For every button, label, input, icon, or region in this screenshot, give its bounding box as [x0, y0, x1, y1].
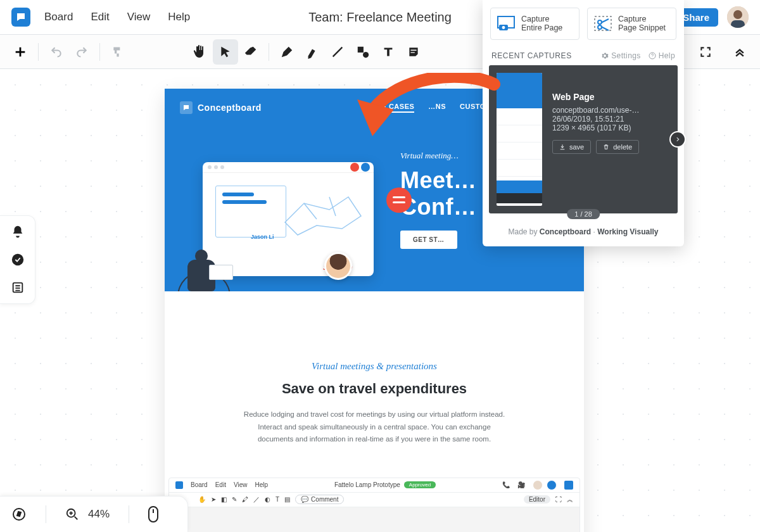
capture-help-link[interactable]: Help — [649, 51, 675, 60]
svg-point-15 — [502, 26, 505, 29]
svg-point-6 — [363, 52, 369, 58]
nested-menu-board: Board — [191, 481, 208, 488]
text-tool[interactable] — [376, 39, 401, 65]
zoom-level[interactable]: 44% — [88, 508, 110, 521]
help-icon — [649, 52, 656, 60]
redo-button[interactable] — [69, 39, 94, 65]
sticky-note-tool[interactable] — [401, 39, 426, 65]
page-brand: Conceptboard — [180, 101, 262, 114]
gear-icon — [601, 52, 609, 60]
zoom-in-icon[interactable] — [65, 507, 79, 521]
eraser-tool[interactable] — [238, 39, 263, 65]
capture-item-date: 26/06/2019, 15:51:21 — [552, 115, 670, 124]
nested-comment-pill: 💬 Comment — [295, 495, 344, 504]
nav-usecases[interactable]: USE CASES — [371, 103, 414, 113]
download-icon — [559, 144, 566, 150]
nested-logo-icon — [175, 481, 183, 489]
fullscreen-button[interactable] — [693, 39, 718, 65]
capture-panel: CaptureEntire Page CapturePage Snippet R… — [483, 0, 684, 246]
capture-save-button[interactable]: save — [552, 140, 591, 154]
app-menu: Board Edit View Help — [44, 11, 190, 23]
tag-jason: Jason Li — [251, 234, 274, 240]
capture-delete-button[interactable]: delete — [596, 140, 639, 154]
capture-item-url: conceptboard.com/use-… — [552, 106, 670, 115]
undo-button[interactable] — [44, 39, 69, 65]
wireframe-icon — [279, 184, 367, 241]
mouse-icon[interactable] — [148, 506, 158, 522]
line-tool[interactable] — [325, 39, 350, 65]
trash-icon — [603, 144, 609, 150]
left-dock — [0, 215, 35, 304]
illustration-person — [171, 234, 241, 291]
compass-icon[interactable] — [11, 507, 27, 522]
capture-entire-page-button[interactable]: CaptureEntire Page — [490, 8, 580, 40]
capture-item-dims: 1239 × 4965 (1017 KB) — [552, 124, 670, 132]
list-icon[interactable] — [11, 281, 25, 294]
collapse-button[interactable] — [727, 39, 752, 65]
svg-rect-11 — [149, 507, 158, 522]
select-tool[interactable] — [213, 39, 238, 65]
share-label: Share — [683, 12, 709, 23]
menu-board[interactable]: Board — [44, 11, 73, 23]
capture-item[interactable]: Web Page conceptboard.com/use-… 26/06/20… — [489, 65, 678, 213]
hero-illustration: Jason Li Julia Berry — [171, 158, 405, 291]
marker-tool[interactable] — [300, 39, 325, 65]
capture-next-button[interactable] — [671, 132, 685, 146]
capture-snippet-button[interactable]: CapturePage Snippet — [587, 8, 676, 40]
chevron-right-icon — [674, 136, 681, 142]
pan-tool[interactable] — [187, 39, 213, 65]
svg-point-3 — [733, 10, 742, 19]
section-paragraph: Reduce lodging and travel cost for meeti… — [241, 408, 507, 446]
format-painter-button[interactable] — [105, 39, 130, 65]
svg-rect-5 — [358, 46, 364, 52]
menu-view[interactable]: View — [127, 11, 151, 23]
nested-menu-help: Help — [255, 481, 268, 488]
scissors-icon — [594, 16, 612, 31]
bell-icon[interactable] — [11, 225, 25, 239]
menu-edit[interactable]: Edit — [91, 11, 109, 23]
capture-thumbnail — [497, 73, 542, 206]
pen-tool[interactable] — [274, 39, 300, 65]
capture-item-title: Web Page — [552, 92, 670, 102]
capture-page-icon — [497, 16, 515, 31]
capture-footer: Made by Conceptboard · Working Visually — [483, 220, 684, 246]
speech-bubble-icon — [386, 187, 412, 213]
approved-badge: Approved — [404, 481, 436, 488]
nested-editor-pill: Editor — [524, 495, 550, 504]
zoom-controls: 44% — [65, 507, 110, 521]
svg-point-7 — [11, 254, 23, 265]
recent-captures-label: RECENT CAPTURES — [491, 51, 572, 60]
svg-rect-4 — [731, 20, 745, 28]
nested-menu-view: View — [234, 481, 248, 488]
logo-icon — [15, 11, 27, 23]
nested-app-screenshot: Board Edit View Help Fattelo Lamp Protot… — [168, 478, 580, 532]
hero-cta-button[interactable]: GET ST… — [400, 231, 457, 249]
shape-tool[interactable] — [350, 39, 376, 65]
svg-rect-16 — [595, 16, 611, 30]
nav-solutions[interactable]: …NS — [428, 103, 446, 113]
user-avatar[interactable] — [727, 6, 749, 28]
section-heading: Save on travel expenditures — [203, 381, 546, 397]
nested-title: Fattelo Lamp Prototype — [334, 481, 400, 488]
nested-menu-edit: Edit — [215, 481, 226, 488]
capture-settings-link[interactable]: Settings — [601, 51, 641, 60]
menu-help[interactable]: Help — [168, 11, 190, 23]
section-eyebrow: Virtual meetings & presentations — [203, 361, 546, 372]
bottom-dock: 44% — [0, 496, 188, 532]
page-section: Virtual meetings & presentations Save on… — [165, 291, 584, 465]
capture-page-indicator: 1 / 28 — [567, 209, 600, 219]
add-button[interactable] — [8, 39, 33, 65]
app-logo[interactable] — [11, 8, 30, 27]
illustration-avatar — [324, 252, 352, 280]
check-circle-icon[interactable] — [11, 253, 25, 267]
